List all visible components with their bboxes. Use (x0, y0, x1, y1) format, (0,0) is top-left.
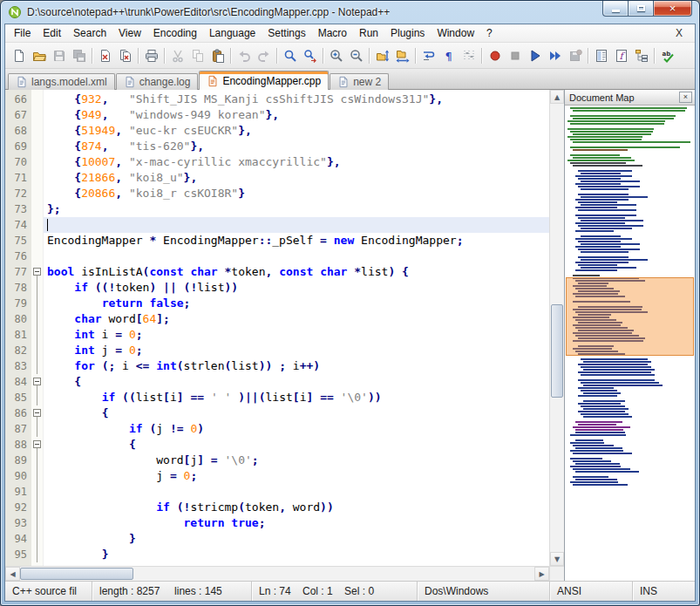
tab-change-log[interactable]: change.log (116, 73, 199, 90)
scroll-right-button[interactable]: ▶ (534, 567, 549, 581)
editor-horizontal-scrollbar[interactable]: ◀ ▶ (5, 566, 549, 581)
scroll-up-button[interactable]: ▲ (550, 90, 564, 104)
code-text[interactable]: {21866, "koi8_u"}, (44, 170, 549, 186)
menu-macro[interactable]: Macro (312, 25, 353, 41)
toolbar-playback-macro-button[interactable] (525, 45, 545, 65)
code-text[interactable]: int j = 0; (44, 343, 549, 358)
code-text[interactable]: {51949, "euc-kr csEUCKR"}, (44, 123, 549, 139)
code-text[interactable]: j = 0; (44, 468, 549, 484)
code-text[interactable]: {874, "tis-620"}, (44, 139, 549, 154)
horizontal-scroll-track[interactable] (20, 567, 534, 581)
document-map-content[interactable] (565, 106, 695, 581)
menu-encoding[interactable]: Encoding (147, 25, 203, 41)
code-text[interactable]: {932, "Shift_JIS MS_Kanji csShiftJIS csW… (44, 92, 549, 107)
toolbar-close-all-button[interactable] (115, 45, 135, 65)
code-text[interactable]: } (44, 531, 549, 547)
toolbar-stop-recording-button[interactable] (505, 45, 525, 65)
menu-search[interactable]: Search (67, 25, 112, 41)
vertical-scroll-thumb[interactable] (551, 304, 563, 397)
tab-langs-model-xml[interactable]: langs.model.xml (8, 73, 115, 90)
menu-file[interactable]: File (8, 25, 37, 41)
code-text[interactable]: {10007, "x-mac-cyrillic xmaccyrillic"}, (44, 154, 549, 170)
code-text[interactable]: char word[64]; (44, 311, 549, 327)
toolbar-folder-as-workspace-button[interactable] (631, 45, 651, 65)
toolbar-document-map-button[interactable] (591, 45, 611, 65)
code-text[interactable] (44, 249, 549, 264)
notepadpp-logo-icon[interactable] (8, 5, 22, 19)
toolbar-replace-button[interactable] (300, 45, 320, 65)
menu-plugins[interactable]: Plugins (384, 25, 431, 41)
toolbar-redo-button[interactable] (254, 45, 274, 65)
maximize-button[interactable] (628, 1, 653, 17)
toolbar-save-recorded-macro-button[interactable] (565, 45, 585, 65)
toolbar-close-file-button[interactable] (95, 45, 115, 65)
tab-encodingmapper-cpp[interactable]: EncodingMapper.cpp (199, 71, 329, 90)
toolbar-zoom-out-button[interactable] (346, 45, 366, 65)
code-editor-view[interactable]: 66 {932, "Shift_JIS MS_Kanji csShiftJIS … (5, 90, 549, 566)
code-text[interactable]: int i = 0; (44, 327, 549, 343)
fold-collapse-icon[interactable] (33, 440, 41, 448)
editor[interactable]: 66 {932, "Shift_JIS MS_Kanji csShiftJIS … (5, 90, 549, 581)
code-text[interactable]: if (j != 0) (44, 421, 549, 437)
tab-new-2[interactable]: new 2 (330, 73, 389, 90)
code-text[interactable]: { (44, 374, 549, 390)
toolbar-sync-horizontal-scroll-button[interactable] (392, 45, 412, 65)
code-text[interactable] (44, 217, 549, 233)
toolbar-cut-button[interactable] (167, 45, 187, 65)
code-text[interactable]: return true; (44, 515, 549, 531)
code-text[interactable]: if ((list[i] == ' ' )||(list[i] == '\0')… (44, 390, 549, 405)
toolbar-save-file-button[interactable] (49, 45, 69, 65)
fold-collapse-icon[interactable] (33, 268, 41, 276)
menu-edit[interactable]: Edit (37, 25, 67, 41)
toolbar-print-button[interactable] (141, 45, 161, 65)
code-text[interactable]: { (44, 405, 549, 421)
fold-collapse-icon[interactable] (33, 409, 41, 417)
editor-vertical-scrollbar[interactable]: ▲ ▼ (549, 90, 564, 581)
close-button[interactable]: × (653, 1, 692, 17)
scroll-down-button[interactable]: ▼ (550, 552, 564, 566)
code-text[interactable]: return false; (44, 296, 549, 311)
toolbar-find-button[interactable] (280, 45, 300, 65)
menu-view[interactable]: View (112, 25, 147, 41)
toolbar-indent-guide-button[interactable] (459, 45, 479, 65)
code-text[interactable]: word[j] = '\0'; (44, 453, 549, 468)
toolbar-open-file-button[interactable] (29, 45, 49, 65)
code-text[interactable]: {949, "windows-949 korean"}, (44, 107, 549, 123)
toolbar-sync-vertical-scroll-button[interactable] (372, 45, 392, 65)
toolbar-function-list-button[interactable] (611, 45, 631, 65)
toolbar-show-all-characters-button[interactable] (438, 45, 459, 65)
minimize-button[interactable] (602, 1, 628, 17)
menu-run[interactable]: Run (353, 25, 384, 41)
code-text[interactable]: if (!stricmp(token, word)) (44, 500, 549, 515)
toolbar-spell-check-button[interactable] (657, 45, 677, 65)
code-text[interactable]: if ((!token) || (!list)) (44, 280, 549, 296)
toolbar-new-file-button[interactable] (9, 45, 29, 65)
toolbar-run-macro-multiple-button[interactable] (545, 45, 565, 65)
code-text[interactable]: EncodingMapper * EncodingMapper::_pSelf … (44, 233, 549, 249)
scroll-left-button[interactable]: ◀ (5, 567, 20, 581)
code-text[interactable] (44, 484, 549, 500)
vertical-scroll-track[interactable] (550, 104, 564, 552)
toolbar-save-all-button[interactable] (69, 45, 89, 65)
menu-settings[interactable]: Settings (262, 25, 311, 41)
document-map-viewport[interactable] (566, 277, 694, 356)
code-text[interactable]: for (; i <= int(strlen(list)) ; i++) (44, 358, 549, 374)
menu-window[interactable]: Window (431, 25, 480, 41)
toolbar-start-recording-button[interactable] (485, 45, 505, 65)
menu-help[interactable]: ? (480, 25, 499, 41)
toolbar-zoom-in-button[interactable] (326, 45, 346, 65)
horizontal-scroll-thumb[interactable] (20, 568, 133, 580)
menubar-close-button[interactable]: X (666, 27, 692, 39)
toolbar-copy-button[interactable] (187, 45, 207, 65)
toolbar-undo-button[interactable] (234, 45, 254, 65)
menu-language[interactable]: Language (203, 25, 262, 41)
code-text[interactable]: { (44, 437, 549, 453)
code-text[interactable]: bool isInListA(const char *token, const … (44, 264, 549, 280)
fold-collapse-icon[interactable] (33, 378, 41, 385)
toolbar-word-wrap-button[interactable] (418, 45, 438, 65)
code-text[interactable]: }; (44, 201, 549, 217)
code-text[interactable]: } (44, 547, 549, 562)
toolbar-paste-button[interactable] (207, 45, 228, 65)
titlebar[interactable]: D:\source\notepad++\trunk\PowerEditor\sr… (1, 1, 699, 24)
code-text[interactable]: {20866, "koi8_r csKOI8R"} (44, 186, 549, 201)
